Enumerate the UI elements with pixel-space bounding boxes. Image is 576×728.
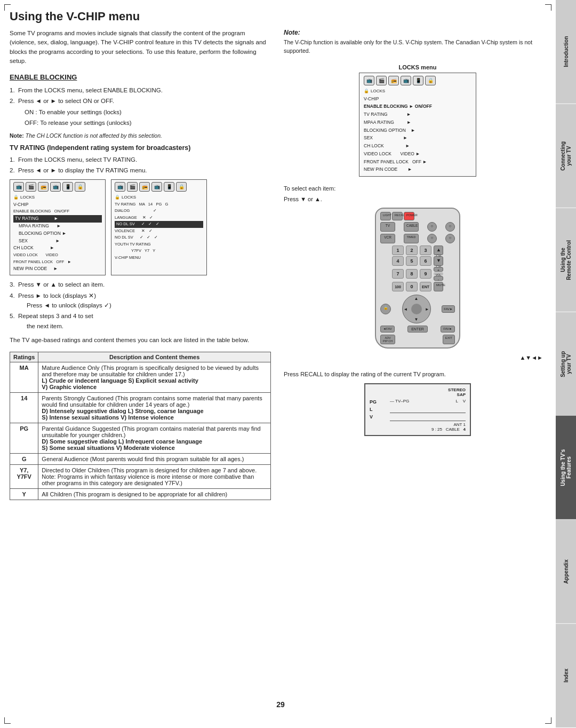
nav-center[interactable] [411, 304, 422, 314]
btn-fav-right2[interactable]: FAV► [441, 326, 455, 333]
lm-sex: SEX ► [364, 134, 471, 142]
btn-8[interactable]: 8 [406, 269, 418, 279]
description-cell: All Children (This program is designed t… [38, 488, 271, 500]
table-row: Y7, Y7FVDirected to Older Children (This… [10, 464, 271, 488]
lm-mpaa: MPAA RATING ► [364, 118, 471, 126]
remote-vcr-row: VCR TIMED ○ ○ [380, 234, 455, 243]
btn-vol-up[interactable]: + [434, 267, 443, 272]
menu-mockups: 📺 🎬 📻 📺 📱 🔒 🔒 LOCKS V-CHIP ENABLE BLOCKI… [10, 179, 271, 275]
note-text: The V-Chip function is available only fo… [284, 38, 551, 56]
btn-7[interactable]: 7 [392, 269, 404, 279]
table-intro-text: The TV age-based ratings and content the… [10, 335, 271, 345]
btn-vol-down[interactable]: - [434, 276, 443, 281]
table-row: PGParental Guidance Suggested (This prog… [10, 423, 271, 453]
locks-menu-label: LOCKS menu [284, 64, 551, 70]
col-right: Note: The V-Chip function is available o… [284, 29, 551, 500]
tv-rating-steps: From the LOCKS menu, select TV RATING. P… [10, 155, 271, 176]
btn-light[interactable]: LIGHT [380, 212, 391, 220]
table-row: 14Parents Strongly Cautioned (This progr… [10, 392, 271, 423]
lm-videolock: VIDEO LOCK VIDEO ► [364, 150, 471, 158]
mr-1: 📺 [115, 182, 125, 192]
rating-cell: G [10, 453, 38, 464]
btn-100[interactable]: 100 [392, 282, 404, 291]
tab-setting-up[interactable]: Setting upyour TV [556, 312, 576, 416]
btn-circle-3[interactable]: ○ [427, 234, 437, 243]
btn-circle-2[interactable]: ○ [445, 222, 455, 232]
enable-blocking-note: Note: The CH LOCK function is not affect… [10, 132, 271, 139]
btn-adv-left[interactable]: ADVPIP CH [380, 335, 395, 344]
btn-ch-down[interactable]: ▼CH [434, 256, 443, 266]
nav-up[interactable]: ▲ [414, 296, 419, 301]
table-row: GGeneral Audience (Most parents would fi… [10, 453, 271, 464]
btn-exit[interactable]: EXIT [443, 335, 455, 344]
ml-newpin: NEW PIN CODE ► [13, 265, 102, 273]
mi-3: 📻 [38, 182, 49, 192]
btn-tv[interactable]: TV [380, 222, 395, 232]
btn-fav-right[interactable]: FAV► [442, 305, 455, 313]
nav-ring: ▲ ▼ ◄ ► [402, 295, 431, 323]
ml-vchip: V-CHIP [13, 201, 102, 209]
btn-1[interactable]: 1 [392, 246, 404, 255]
btn-power[interactable]: POWER [404, 212, 414, 220]
recall-section: Press RECALL to display the rating of th… [284, 370, 551, 436]
table-row: MAMature Audience Only (This program is … [10, 362, 271, 392]
btn-9[interactable]: 9 [420, 269, 431, 279]
tv-l-row: L [370, 406, 466, 413]
menu-box-left: 📺 🎬 📻 📺 📱 🔒 🔒 LOCKS V-CHIP ENABLE BLOCKI… [10, 179, 106, 275]
num-row-3: 7 8 9 + VOL - [380, 267, 455, 281]
btn-vcr[interactable]: VCR [380, 234, 395, 243]
lm-i6: 🔒 [425, 76, 436, 85]
btn-2[interactable]: 2 [406, 246, 418, 255]
btn-timed[interactable]: TIMED [404, 234, 419, 243]
step-3: Press ▼ or ▲ to select an item. [10, 280, 271, 289]
btn-3[interactable]: 3 [420, 246, 431, 255]
tab-remote-control[interactable]: Using theRemote Control [556, 208, 576, 312]
btn-0[interactable]: 0 [406, 282, 418, 291]
tab-index[interactable]: Index [556, 624, 576, 728]
tv-step-2: Press ◄ or ► to display the TV RATING me… [10, 165, 271, 175]
page-title: Using the V-CHIP menu [10, 10, 551, 23]
btn-lock[interactable]: 🔒 [380, 304, 391, 314]
enable-blocking-title: ENABLE BLOCKING [10, 73, 271, 81]
nav-right[interactable]: ► [425, 307, 429, 312]
ml-tvrating: TV RATING ► [13, 215, 102, 223]
btn-circle-4[interactable]: ○ [445, 234, 455, 243]
mr-dialog: DIALOG ✓ [115, 208, 203, 215]
arrow-label-section: ▲▼◄► [284, 354, 543, 361]
btn-6[interactable]: 6 [420, 256, 431, 266]
nav-down[interactable]: ▼ [414, 317, 419, 322]
mr-locks: 🔒 LOCKS [115, 194, 203, 201]
v-bar [390, 417, 466, 421]
two-col-layout: Some TV programs and movies include sign… [10, 29, 551, 500]
btn-4[interactable]: 4 [392, 256, 404, 266]
nav-left[interactable]: ◄ [404, 307, 408, 312]
btn-circle-1[interactable]: ○ [427, 222, 437, 232]
enable-blocking-steps: From the LOCKS menu, select ENABLE BLOCK… [10, 85, 271, 128]
btn-5[interactable]: 5 [406, 256, 418, 266]
tab-appendix[interactable]: Appendix [556, 520, 576, 624]
description-cell: General Audience (Most parents would fin… [38, 453, 271, 464]
tab-connecting[interactable]: Connectingyour TV [556, 104, 576, 208]
description-cell: Parental Guidance Suggested (This progra… [38, 423, 271, 453]
description-cell: Parents Strongly Cautioned (This program… [38, 392, 271, 423]
ml-enable: ENABLE BLOCKING ON/OFF [13, 208, 102, 215]
steps-3-5: Press ▼ or ▲ to select an item. Press ► … [10, 280, 271, 331]
tv-v-row: V [370, 413, 466, 421]
lm-i5: 📱 [413, 76, 423, 85]
step-1: From the LOCKS menu, select ENABLE BLOCK… [10, 85, 271, 95]
tab-features[interactable]: Using the TV'sFeatures [556, 416, 576, 520]
btn-fav-left[interactable]: ◄FAV [380, 326, 395, 333]
step-off: OFF: To release your settings (unlocks) [10, 118, 271, 128]
tab-introduction[interactable]: Introduction [556, 0, 576, 104]
lm-i2: 🎬 [376, 76, 387, 85]
step-2: Press ◄ or ► to select ON or OFF. [10, 96, 271, 106]
btn-mute[interactable]: MUTE [434, 282, 443, 291]
btn-enter[interactable]: ENTER [407, 326, 428, 333]
btn-cable[interactable]: CABLE [404, 222, 419, 232]
btn-recall[interactable]: RECALL [392, 212, 403, 220]
lm-i3: 📻 [388, 76, 399, 85]
mi-6: 🔒 [75, 182, 85, 192]
btn-ch-up[interactable]: ▲CH [434, 246, 443, 255]
btn-ent[interactable]: ENT [420, 282, 431, 291]
mr-3: 📻 [139, 182, 150, 192]
